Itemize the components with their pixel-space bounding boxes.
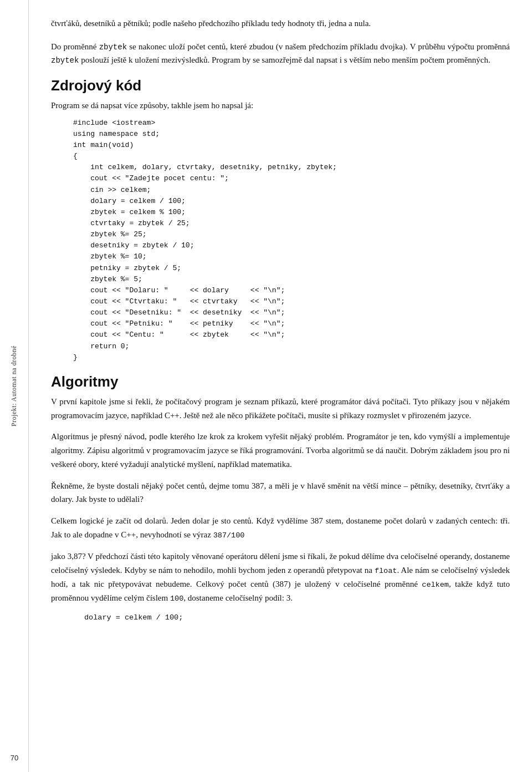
algoritmy-para5-suffix3: , dostaneme celočíselný podíl: 3. bbox=[183, 593, 293, 602]
sidebar-label: Projekt: Automat na drobné bbox=[10, 346, 18, 426]
algoritmy-code4: 100 bbox=[170, 595, 183, 603]
section-zdrojovy-intro: Program se dá napsat více způsoby, takhl… bbox=[51, 99, 510, 112]
algoritmy-para5: jako 3,87? V předchozí části této kapito… bbox=[51, 550, 510, 606]
intro-para1: čtvrťáků, desetníků a pětníků; podle naš… bbox=[51, 17, 510, 30]
main-content: čtvrťáků, desetníků a pětníků; podle naš… bbox=[29, 0, 532, 772]
section-title-algoritmy: Algoritmy bbox=[51, 373, 510, 390]
intro-para2: Do proměnné zbytek se nakonec uloží poče… bbox=[51, 40, 510, 67]
intro-para2-suffix: poslouží ještě k uložení mezivýsledků. P… bbox=[79, 55, 490, 64]
intro-code2: zbytek bbox=[51, 56, 79, 65]
section-title-zdrojovy-kod: Zdrojový kód bbox=[51, 77, 510, 94]
source-code-block: #include <iostream> using namespace std;… bbox=[73, 118, 510, 363]
algoritmy-para4-text: Celkem logické je začít od dolarů. Jeden… bbox=[51, 516, 510, 539]
algoritmy-code1: 387/100 bbox=[213, 531, 245, 540]
algoritmy-para3: Řekněme, že byste dostali nějaký počet c… bbox=[51, 479, 510, 507]
intro-para2-prefix: Do proměnné bbox=[51, 42, 99, 51]
algoritmy-para2: Algoritmus je přesný návod, podle kteréh… bbox=[51, 430, 510, 471]
intro-para2-middle: se nakonec uloží počet centů, které zbud… bbox=[127, 42, 510, 51]
intro-para1-text: čtvrťáků, desetníků a pětníků; podle naš… bbox=[51, 19, 371, 28]
intro-code1: zbytek bbox=[99, 43, 127, 52]
algoritmy-para4: Celkem logické je začít od dolarů. Jeden… bbox=[51, 514, 510, 542]
algoritmy-code3: celkem bbox=[422, 581, 449, 589]
page-number: 70 bbox=[0, 754, 29, 762]
final-code-block: dolary = celkem / 100; bbox=[84, 613, 510, 622]
sidebar: Projekt: Automat na drobné 70 bbox=[0, 0, 29, 772]
algoritmy-code2: float bbox=[375, 567, 397, 575]
algoritmy-para1: V první kapitole jsme si řekli, že počít… bbox=[51, 395, 510, 423]
